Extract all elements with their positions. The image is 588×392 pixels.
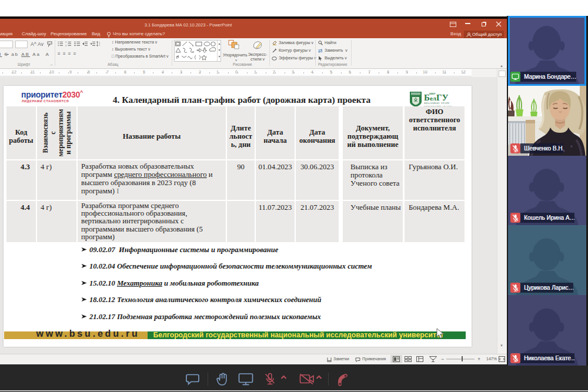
svg-text:1: 1	[65, 41, 67, 43]
svg-text:2: 2	[65, 44, 67, 47]
svg-text:BELGOROD STATE: BELGOROD STATE	[424, 102, 449, 105]
svg-text:БелГУ: БелГУ	[424, 93, 449, 102]
